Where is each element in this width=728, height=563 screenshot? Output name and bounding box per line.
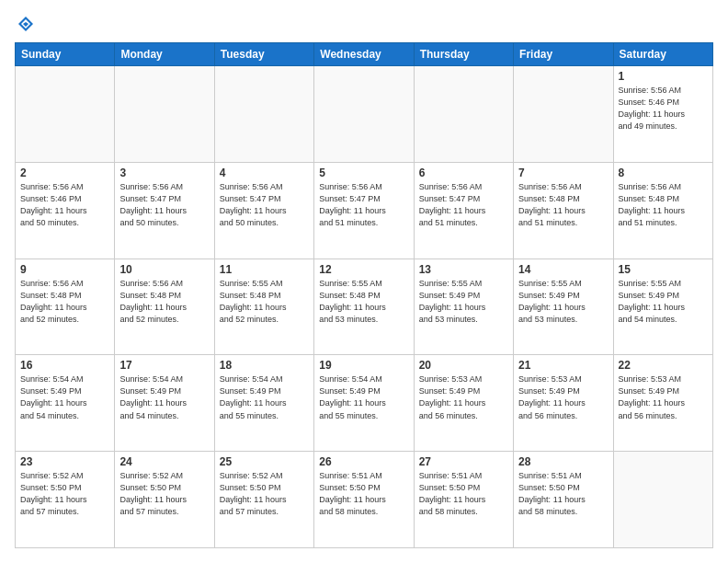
day-info: Sunrise: 5:56 AM Sunset: 5:46 PM Dayligh… (20, 181, 109, 229)
weekday-header-monday: Monday (115, 43, 214, 66)
calendar-cell: 2Sunrise: 5:56 AM Sunset: 5:46 PM Daylig… (16, 162, 115, 259)
day-info: Sunrise: 5:56 AM Sunset: 5:47 PM Dayligh… (319, 181, 408, 229)
calendar-cell: 27Sunrise: 5:51 AM Sunset: 5:50 PM Dayli… (414, 452, 513, 548)
day-number: 28 (518, 455, 608, 468)
calendar-cell: 26Sunrise: 5:51 AM Sunset: 5:50 PM Dayli… (314, 452, 414, 548)
logo (15, 15, 35, 33)
calendar-cell: 8Sunrise: 5:56 AM Sunset: 5:48 PM Daylig… (613, 162, 712, 259)
day-number: 22 (619, 359, 708, 372)
day-info: Sunrise: 5:51 AM Sunset: 5:50 PM Dayligh… (319, 470, 408, 518)
calendar-cell: 4Sunrise: 5:56 AM Sunset: 5:47 PM Daylig… (214, 162, 313, 259)
day-number: 12 (319, 263, 408, 276)
calendar-cell (613, 452, 712, 548)
calendar-week-4: 23Sunrise: 5:52 AM Sunset: 5:50 PM Dayli… (16, 452, 713, 548)
day-info: Sunrise: 5:54 AM Sunset: 5:49 PM Dayligh… (220, 373, 309, 421)
day-info: Sunrise: 5:51 AM Sunset: 5:50 PM Dayligh… (518, 470, 608, 518)
calendar-cell: 16Sunrise: 5:54 AM Sunset: 5:49 PM Dayli… (16, 355, 115, 452)
day-number: 11 (220, 263, 309, 276)
day-info: Sunrise: 5:53 AM Sunset: 5:49 PM Dayligh… (619, 373, 708, 421)
day-info: Sunrise: 5:56 AM Sunset: 5:48 PM Dayligh… (119, 278, 209, 326)
day-info: Sunrise: 5:55 AM Sunset: 5:49 PM Dayligh… (619, 278, 708, 326)
day-number: 7 (518, 167, 608, 179)
day-info: Sunrise: 5:55 AM Sunset: 5:48 PM Dayligh… (220, 278, 309, 326)
calendar-cell: 3Sunrise: 5:56 AM Sunset: 5:47 PM Daylig… (115, 162, 214, 259)
day-info: Sunrise: 5:54 AM Sunset: 5:49 PM Dayligh… (319, 373, 408, 421)
calendar-cell: 14Sunrise: 5:55 AM Sunset: 5:49 PM Dayli… (514, 259, 613, 355)
calendar-cell: 9Sunrise: 5:56 AM Sunset: 5:48 PM Daylig… (16, 259, 115, 355)
calendar-cell: 17Sunrise: 5:54 AM Sunset: 5:49 PM Dayli… (115, 355, 214, 452)
calendar-cell (314, 66, 414, 163)
day-number: 18 (220, 359, 309, 372)
weekday-header-tuesday: Tuesday (214, 43, 313, 66)
calendar-cell: 11Sunrise: 5:55 AM Sunset: 5:48 PM Dayli… (214, 259, 313, 355)
calendar-cell: 23Sunrise: 5:52 AM Sunset: 5:50 PM Dayli… (16, 452, 115, 548)
day-info: Sunrise: 5:56 AM Sunset: 5:48 PM Dayligh… (619, 181, 708, 229)
day-info: Sunrise: 5:52 AM Sunset: 5:50 PM Dayligh… (20, 470, 109, 518)
day-number: 8 (619, 167, 708, 179)
day-info: Sunrise: 5:54 AM Sunset: 5:49 PM Dayligh… (20, 373, 109, 421)
calendar-week-1: 2Sunrise: 5:56 AM Sunset: 5:46 PM Daylig… (16, 162, 713, 259)
day-info: Sunrise: 5:56 AM Sunset: 5:47 PM Dayligh… (220, 181, 309, 229)
day-info: Sunrise: 5:56 AM Sunset: 5:47 PM Dayligh… (119, 181, 209, 229)
day-number: 10 (119, 263, 209, 276)
page: SundayMondayTuesdayWednesdayThursdayFrid… (0, 0, 728, 563)
day-number: 20 (419, 359, 508, 372)
calendar-cell: 22Sunrise: 5:53 AM Sunset: 5:49 PM Dayli… (613, 355, 712, 452)
day-number: 16 (20, 359, 109, 372)
day-info: Sunrise: 5:52 AM Sunset: 5:50 PM Dayligh… (119, 470, 209, 518)
calendar-cell: 5Sunrise: 5:56 AM Sunset: 5:47 PM Daylig… (314, 162, 414, 259)
day-info: Sunrise: 5:55 AM Sunset: 5:48 PM Dayligh… (319, 278, 408, 326)
calendar-cell: 10Sunrise: 5:56 AM Sunset: 5:48 PM Dayli… (115, 259, 214, 355)
day-info: Sunrise: 5:53 AM Sunset: 5:49 PM Dayligh… (419, 373, 508, 421)
day-number: 25 (220, 455, 309, 468)
calendar-cell: 15Sunrise: 5:55 AM Sunset: 5:49 PM Dayli… (613, 259, 712, 355)
day-number: 27 (419, 455, 508, 468)
weekday-header-thursday: Thursday (414, 43, 513, 66)
day-number: 15 (619, 263, 708, 276)
weekday-header-sunday: Sunday (16, 43, 115, 66)
calendar-cell: 19Sunrise: 5:54 AM Sunset: 5:49 PM Dayli… (314, 355, 414, 452)
weekday-header-friday: Friday (514, 43, 613, 66)
day-info: Sunrise: 5:55 AM Sunset: 5:49 PM Dayligh… (419, 278, 508, 326)
day-number: 5 (319, 167, 408, 179)
calendar-cell: 18Sunrise: 5:54 AM Sunset: 5:49 PM Dayli… (214, 355, 313, 452)
day-info: Sunrise: 5:56 AM Sunset: 5:47 PM Dayligh… (419, 181, 508, 229)
day-number: 3 (119, 167, 209, 179)
day-info: Sunrise: 5:55 AM Sunset: 5:49 PM Dayligh… (518, 278, 608, 326)
calendar-table: SundayMondayTuesdayWednesdayThursdayFrid… (15, 42, 713, 548)
calendar-cell (115, 66, 214, 163)
day-info: Sunrise: 5:56 AM Sunset: 5:48 PM Dayligh… (20, 278, 109, 326)
calendar-cell: 24Sunrise: 5:52 AM Sunset: 5:50 PM Dayli… (115, 452, 214, 548)
calendar-cell (414, 66, 513, 163)
calendar-cell (514, 66, 613, 163)
calendar-cell: 13Sunrise: 5:55 AM Sunset: 5:49 PM Dayli… (414, 259, 513, 355)
weekday-header-saturday: Saturday (613, 43, 712, 66)
day-number: 19 (319, 359, 408, 372)
day-number: 6 (419, 167, 508, 179)
day-number: 26 (319, 455, 408, 468)
calendar-cell: 7Sunrise: 5:56 AM Sunset: 5:48 PM Daylig… (514, 162, 613, 259)
day-info: Sunrise: 5:51 AM Sunset: 5:50 PM Dayligh… (419, 470, 508, 518)
logo-icon (17, 15, 35, 33)
day-number: 17 (119, 359, 209, 372)
day-info: Sunrise: 5:52 AM Sunset: 5:50 PM Dayligh… (220, 470, 309, 518)
day-number: 9 (20, 263, 109, 276)
calendar-cell: 28Sunrise: 5:51 AM Sunset: 5:50 PM Dayli… (514, 452, 613, 548)
calendar-cell (16, 66, 115, 163)
day-info: Sunrise: 5:56 AM Sunset: 5:48 PM Dayligh… (518, 181, 608, 229)
day-number: 4 (220, 167, 309, 179)
day-number: 14 (518, 263, 608, 276)
day-number: 24 (119, 455, 209, 468)
day-number: 21 (518, 359, 608, 372)
day-number: 13 (419, 263, 508, 276)
day-number: 1 (619, 70, 708, 83)
calendar-cell: 21Sunrise: 5:53 AM Sunset: 5:49 PM Dayli… (514, 355, 613, 452)
calendar-cell: 6Sunrise: 5:56 AM Sunset: 5:47 PM Daylig… (414, 162, 513, 259)
calendar-week-3: 16Sunrise: 5:54 AM Sunset: 5:49 PM Dayli… (16, 355, 713, 452)
day-info: Sunrise: 5:54 AM Sunset: 5:49 PM Dayligh… (119, 373, 209, 421)
calendar-cell: 25Sunrise: 5:52 AM Sunset: 5:50 PM Dayli… (214, 452, 313, 548)
calendar-week-0: 1Sunrise: 5:56 AM Sunset: 5:46 PM Daylig… (16, 66, 713, 163)
calendar-week-2: 9Sunrise: 5:56 AM Sunset: 5:48 PM Daylig… (16, 259, 713, 355)
day-info: Sunrise: 5:56 AM Sunset: 5:46 PM Dayligh… (619, 85, 708, 132)
calendar-cell: 12Sunrise: 5:55 AM Sunset: 5:48 PM Dayli… (314, 259, 414, 355)
